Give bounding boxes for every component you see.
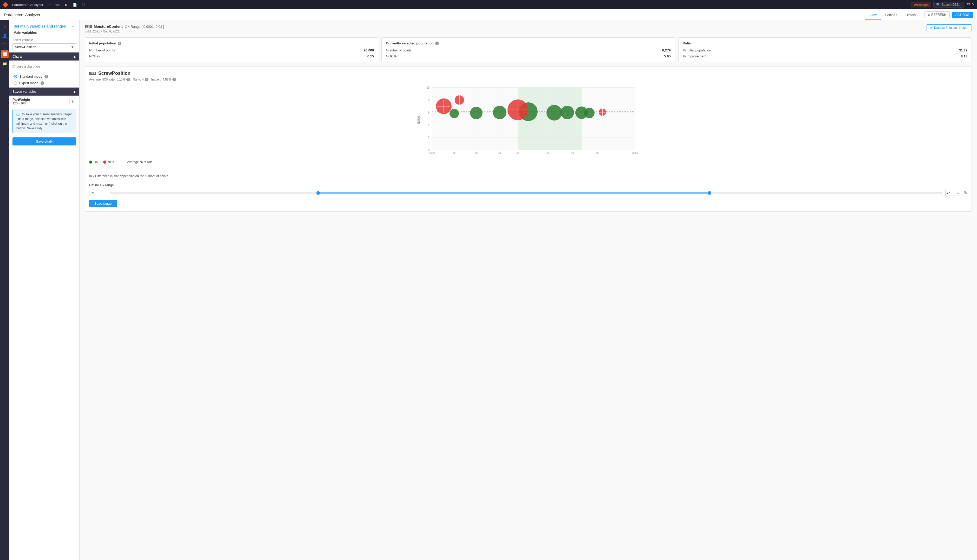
svg-point-34 xyxy=(470,107,482,119)
charts-label: Charts xyxy=(12,55,22,58)
search-bar[interactable]: 🔍 Search DSS... xyxy=(934,2,964,8)
more-icon[interactable]: ⋯ xyxy=(89,2,95,8)
search-placeholder: Search DSS... xyxy=(942,3,961,7)
share-icon[interactable]: ↗ xyxy=(45,2,52,8)
range-right-input-wrapper: ▲ ▼ xyxy=(945,190,960,196)
refresh-icon: ↻ xyxy=(928,13,930,17)
standard-mode-info-icon[interactable]: i xyxy=(44,75,48,78)
svg-text:NOK%: NOK% xyxy=(417,116,420,124)
svg-point-35 xyxy=(493,106,507,119)
initial-pop-card: Initial population i Number of points 20… xyxy=(85,37,378,62)
left-panel: ← Set main variables and ranges Main var… xyxy=(9,20,80,560)
legend-ok: OK xyxy=(89,160,98,164)
variable-section: Select variable ScrewPosition ▼ xyxy=(9,36,79,52)
search-icon: 🔍 xyxy=(936,3,940,7)
range-section: Define Ok range ▲ ▼ xyxy=(89,183,967,207)
info-box-text: To save your current analysis (target , … xyxy=(17,112,72,130)
tab-view[interactable]: View xyxy=(865,10,881,20)
range-thumb-right[interactable] xyxy=(708,191,711,195)
standard-mode-radio[interactable] xyxy=(13,75,17,78)
variable-select[interactable]: ScrewPosition xyxy=(12,43,76,50)
expert-mode-radio[interactable] xyxy=(13,81,17,85)
avg-nok-info-icon[interactable]: i xyxy=(126,78,130,81)
delete-saved-var-button[interactable]: 🗑 xyxy=(69,98,76,105)
radio-expert-mode[interactable]: Expert mode i xyxy=(13,81,75,85)
type-badge: 123 xyxy=(85,25,92,28)
app-title: Parameters Analyzer xyxy=(12,3,43,7)
info-box: ⓘ To save your current analysis (target … xyxy=(12,109,76,133)
sidebar-grid-icon[interactable]: ☷ xyxy=(1,41,8,49)
spinner-up[interactable]: ▲ xyxy=(957,191,959,193)
rank-info-icon[interactable]: i xyxy=(145,78,149,81)
webapp-label[interactable]: Webapps xyxy=(911,2,932,8)
play-icon[interactable]: ▶ xyxy=(64,2,69,8)
charts-section-header[interactable]: Charts ▲ xyxy=(9,52,79,60)
expert-mode-label: Expert mode xyxy=(19,81,38,85)
legend-size: Difference in size depending on the numb… xyxy=(89,174,168,178)
help-icon[interactable]: ? xyxy=(972,2,974,7)
expert-mode-info-icon[interactable]: i xyxy=(40,81,44,85)
nok-legend-label: NOK xyxy=(108,160,114,164)
actions-button[interactable]: ACTIONS xyxy=(952,12,973,18)
main-layout: ⌂ 👤 ☷ 📊 📁 ← Set main variables and range… xyxy=(0,20,977,560)
impact-info-icon[interactable]: i xyxy=(172,78,176,81)
svg-text:4: 4 xyxy=(428,123,430,127)
spinner-down[interactable]: ▼ xyxy=(957,193,959,195)
page-icon[interactable]: 📄 xyxy=(71,2,79,8)
current-pop-title: Currently selected population i xyxy=(386,41,671,45)
content-header: 123 MoistureContent OK Range [ 0.0001, 0… xyxy=(85,24,972,33)
panel-header: ← Set main variables and ranges Main var… xyxy=(9,20,79,36)
range-slider[interactable] xyxy=(110,190,943,196)
ratio-initial-row: % Initial population 31.39 xyxy=(683,48,967,52)
chart-type-label-block: Choose a chart type xyxy=(9,60,79,72)
app-logo-icon xyxy=(3,2,8,8)
radio-standard-mode[interactable]: Standard mode i xyxy=(13,75,75,78)
chart-legend: OK NOK Average NOK rate Difference in xyxy=(89,160,967,178)
current-pop-info-icon[interactable]: i xyxy=(435,42,439,45)
icon-sidebar: ⌂ 👤 ☷ 📊 📁 xyxy=(0,20,9,560)
header-tabs: View Settings History xyxy=(865,9,920,20)
ok-range-text: OK Range [ 0.0001, 0.03 ] xyxy=(125,25,164,28)
size-small-icon xyxy=(92,176,94,177)
chart-title-row: 123 ScrewPosition xyxy=(89,71,967,76)
chart-container: 10 8 6 4 2 0 NOK% 16.95 20 30 40 50 xyxy=(89,85,967,158)
legend-avg: Average NOK rate xyxy=(120,160,152,164)
sidebar-folder-icon[interactable]: 📁 xyxy=(1,60,8,68)
chart-impact: 4.88% xyxy=(162,78,171,81)
current-pop-points-row: Number of points 6,279 xyxy=(386,48,671,52)
grid-icon[interactable]: ☷ xyxy=(966,2,970,7)
chart-section: 123 ScrewPosition Average NOK rate: 6.15… xyxy=(85,66,972,212)
initial-pop-info-icon[interactable]: i xyxy=(118,42,121,45)
reset-range-button[interactable]: ↻ xyxy=(964,190,967,195)
svg-text:70: 70 xyxy=(571,152,574,154)
dataiku-helper-button[interactable]: ☍ Dataiku Solutions Helper xyxy=(927,24,972,31)
svg-text:2: 2 xyxy=(428,136,430,139)
current-pop-card: Currently selected population i Number o… xyxy=(381,37,675,62)
saved-var-name: PartWeight xyxy=(12,98,30,102)
variable-label: Select variable xyxy=(12,38,76,42)
content-title-top: 123 MoistureContent OK Range [ 0.0001, 0… xyxy=(85,24,164,28)
sidebar-home-icon[interactable]: ⌂ xyxy=(1,22,8,30)
chart-svg: 10 8 6 4 2 0 NOK% 16.95 20 30 40 50 xyxy=(89,85,967,158)
svg-text:8: 8 xyxy=(428,99,430,102)
table-icon[interactable]: ☷ xyxy=(80,2,87,8)
range-left-input[interactable] xyxy=(89,190,107,196)
chart-rank: 4 xyxy=(142,78,144,81)
initial-pop-title: Initial population i xyxy=(89,41,374,45)
chart-type-badge: 123 xyxy=(89,72,96,75)
sidebar-user-icon[interactable]: 👤 xyxy=(1,32,8,40)
save-study-button[interactable]: Save study xyxy=(12,137,76,145)
ratio-improvement-row: % Improvement 8.13 xyxy=(683,54,967,58)
saved-variables-section-header[interactable]: Saved variables ▲ xyxy=(9,88,79,96)
back-button[interactable]: ← xyxy=(71,24,75,28)
range-thumb-left[interactable] xyxy=(316,191,320,195)
range-right-input[interactable] xyxy=(947,191,957,195)
app-header: Parameters Analyzer View Settings Histor… xyxy=(0,9,977,20)
sidebar-chart-icon[interactable]: 📊 xyxy=(1,50,8,58)
tab-history[interactable]: History xyxy=(901,10,920,20)
refresh-button[interactable]: ↻ REFRESH xyxy=(924,12,949,18)
svg-point-38 xyxy=(560,106,574,119)
tab-settings[interactable]: Settings xyxy=(881,10,901,20)
save-range-button[interactable]: Save range xyxy=(89,200,117,207)
code-icon[interactable]: </> xyxy=(54,2,62,8)
